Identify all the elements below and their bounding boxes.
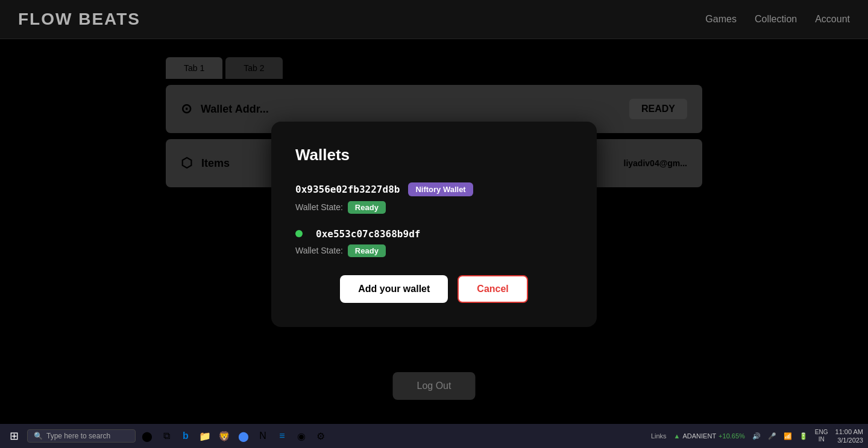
wallet-2-state-row: Wallet State: Ready — [295, 244, 573, 257]
wallet-1-tag: Niftory Wallet — [408, 182, 473, 196]
taskbar-icon-chrome[interactable]: ⬤ — [236, 428, 251, 444]
taskbar-icon-niftory[interactable]: N — [255, 428, 271, 444]
taskbar-icon-cortana[interactable]: ⬤ — [139, 428, 155, 444]
taskbar-icon-settings[interactable]: ⚙ — [313, 428, 329, 444]
wallet-2-address: 0xe553c07c8368b9df — [316, 228, 420, 240]
modal-overlay: Wallets 0x9356e02fb3227d8b Niftory Walle… — [0, 0, 868, 448]
taskbar-date-display: 3/1/2023 — [835, 436, 863, 444]
taskbar-icon-vscode[interactable]: ≡ — [274, 428, 290, 444]
wallet-entry-1: 0x9356e02fb3227d8b Niftory Wallet Wallet… — [295, 182, 573, 214]
wallet-2-state-badge: Ready — [348, 244, 386, 257]
taskbar-links: Links — [651, 432, 667, 440]
stock-change: +10.65% — [719, 432, 745, 440]
cancel-button[interactable]: Cancel — [458, 275, 527, 303]
taskbar-battery[interactable]: 🔋 — [799, 432, 808, 440]
taskbar-time-display: 11:00 AM — [835, 428, 863, 436]
taskbar-wifi[interactable]: 📶 — [784, 432, 792, 440]
taskbar-search-box[interactable]: 🔍 Type here to search — [27, 429, 136, 443]
taskbar-volume[interactable]: 🔊 — [752, 432, 761, 440]
taskbar-icon-app1[interactable]: ◉ — [294, 428, 309, 444]
taskbar-datetime: 11:00 AM 3/1/2023 — [835, 428, 863, 445]
wallet-1-address: 0x9356e02fb3227d8b — [295, 184, 400, 195]
taskbar-icon-explorer[interactable]: 📁 — [197, 428, 213, 444]
wallet-2-dot — [295, 230, 303, 237]
taskbar-icon-brave[interactable]: 🦁 — [216, 428, 232, 444]
start-button[interactable]: ⊞ — [5, 428, 24, 444]
taskbar-icon-taskview[interactable]: ⧉ — [159, 428, 174, 444]
wallet-entry-2: 0xe553c07c8368b9df Wallet State: Ready — [295, 228, 573, 257]
search-icon: 🔍 — [34, 432, 43, 440]
stock-arrow: ▲ — [674, 432, 681, 440]
wallet-1-state-row: Wallet State: Ready — [295, 201, 573, 214]
taskbar-stock: ▲ ADANIENT +10.65% — [674, 432, 745, 440]
taskbar-mic[interactable]: 🎤 — [768, 432, 776, 440]
wallet-1-address-row: 0x9356e02fb3227d8b Niftory Wallet — [295, 182, 573, 196]
wallet-2-state-label: Wallet State: — [295, 246, 343, 255]
wallet-1-state-label: Wallet State: — [295, 202, 343, 212]
modal-buttons: Add your wallet Cancel — [295, 275, 573, 303]
wallet-1-state-badge: Ready — [348, 201, 386, 214]
taskbar-right: Links ▲ ADANIENT +10.65% 🔊 🎤 📶 🔋 ENG IN … — [651, 428, 863, 445]
modal-title: Wallets — [295, 146, 573, 164]
wallets-modal: Wallets 0x9356e02fb3227d8b Niftory Walle… — [271, 122, 597, 327]
search-placeholder: Type here to search — [46, 432, 110, 440]
taskbar-icon-bing[interactable]: b — [178, 428, 193, 444]
wallet-2-address-row: 0xe553c07c8368b9df — [295, 228, 573, 240]
stock-name: ADANIENT — [682, 432, 716, 440]
taskbar-lang: ENG IN — [815, 429, 828, 443]
taskbar: ⊞ 🔍 Type here to search ⬤ ⧉ b 📁 🦁 ⬤ N ≡ … — [0, 424, 868, 448]
add-wallet-button[interactable]: Add your wallet — [340, 275, 448, 303]
